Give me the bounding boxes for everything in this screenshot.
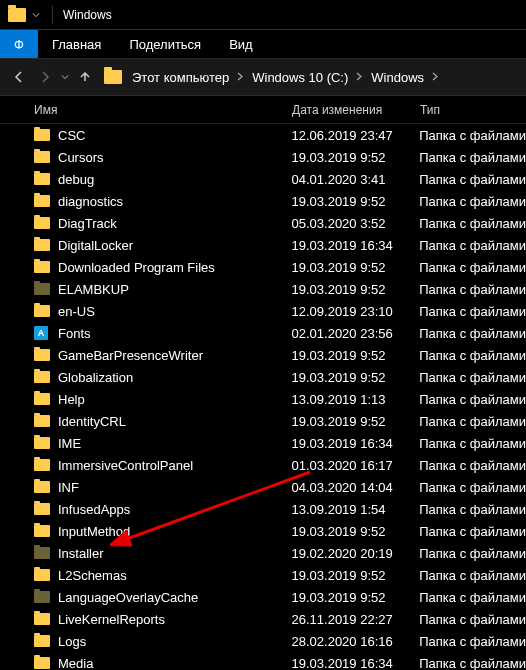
folder-row[interactable]: CSC12.06.2019 23:47Папка с файлами [0, 124, 526, 146]
ribbon-tab-2[interactable]: Вид [215, 31, 267, 58]
folder-row[interactable]: AFonts02.01.2020 23:56Папка с файлами [0, 322, 526, 344]
file-date: 19.02.2020 20:19 [292, 546, 420, 561]
folder-icon [34, 591, 50, 603]
folder-icon [34, 173, 50, 185]
file-name: diagnostics [58, 194, 292, 209]
breadcrumb-2[interactable]: Windows [371, 70, 424, 85]
folder-icon: A [34, 326, 48, 340]
file-name: en-US [58, 304, 292, 319]
titlebar: Windows [0, 0, 526, 30]
file-date: 26.11.2019 22:27 [292, 612, 420, 627]
file-type: Папка с файлами [419, 590, 526, 605]
file-name: LiveKernelReports [58, 612, 292, 627]
folder-row[interactable]: DigitalLocker19.03.2019 16:34Папка с фай… [0, 234, 526, 256]
file-date: 04.01.2020 3:41 [292, 172, 420, 187]
file-date: 19.03.2019 9:52 [292, 260, 420, 275]
folder-row[interactable]: InputMethod19.03.2019 9:52Папка с файлам… [0, 520, 526, 542]
folder-row[interactable]: INF04.03.2020 14:04Папка с файлами [0, 476, 526, 498]
folder-icon [34, 129, 50, 141]
file-name: IME [58, 436, 292, 451]
folder-row[interactable]: ImmersiveControlPanel01.03.2020 16:17Пап… [0, 454, 526, 476]
chevron-right-icon [356, 71, 363, 83]
file-name: IdentityCRL [58, 414, 292, 429]
folder-row[interactable]: DiagTrack05.03.2020 3:52Папка с файлами [0, 212, 526, 234]
file-type: Папка с файлами [419, 546, 526, 561]
file-date: 19.03.2019 16:34 [292, 656, 420, 671]
chevron-right-icon [432, 71, 439, 83]
folder-row[interactable]: ELAMBKUP19.03.2019 9:52Папка с файлами [0, 278, 526, 300]
file-name: LanguageOverlayCache [58, 590, 292, 605]
folder-icon [34, 569, 50, 581]
column-name[interactable]: Имя [34, 103, 292, 117]
breadcrumb-1[interactable]: Windows 10 (C:) [252, 70, 348, 85]
folder-row[interactable]: Media19.03.2019 16:34Папка с файлами [0, 652, 526, 670]
file-name: DigitalLocker [58, 238, 292, 253]
file-date: 12.06.2019 23:47 [292, 128, 420, 143]
file-date: 01.03.2020 16:17 [292, 458, 420, 473]
file-type: Папка с файлами [419, 502, 526, 517]
folder-icon [34, 525, 50, 537]
file-date: 19.03.2019 9:52 [292, 194, 420, 209]
file-name: Help [58, 392, 292, 407]
folder-row[interactable]: Globalization19.03.2019 9:52Папка с файл… [0, 366, 526, 388]
file-date: 13.09.2019 1:54 [292, 502, 420, 517]
file-date: 19.03.2019 9:52 [292, 282, 420, 297]
folder-row[interactable]: GameBarPresenceWriter19.03.2019 9:52Папк… [0, 344, 526, 366]
file-tab[interactable]: Ф [0, 30, 38, 58]
folder-row[interactable]: Logs28.02.2020 16:16Папка с файлами [0, 630, 526, 652]
folder-row[interactable]: Installer19.02.2020 20:19Папка с файлами [0, 542, 526, 564]
file-type: Папка с файлами [419, 568, 526, 583]
file-type: Папка с файлами [419, 656, 526, 671]
column-date[interactable]: Дата изменения [292, 103, 420, 117]
file-name: L2Schemas [58, 568, 292, 583]
chevron-right-icon [237, 71, 244, 83]
up-button[interactable] [72, 64, 98, 90]
folder-row[interactable]: InfusedApps13.09.2019 1:54Папка с файлам… [0, 498, 526, 520]
file-type: Папка с файлами [419, 348, 526, 363]
file-list: CSC12.06.2019 23:47Папка с файламиCursor… [0, 124, 526, 670]
column-headers: Имя Дата изменения Тип [0, 96, 526, 124]
folder-row[interactable]: en-US12.09.2019 23:10Папка с файлами [0, 300, 526, 322]
file-date: 19.03.2019 9:52 [292, 590, 420, 605]
breadcrumb-0[interactable]: Этот компьютер [132, 70, 229, 85]
folder-row[interactable]: IME19.03.2019 16:34Папка с файлами [0, 432, 526, 454]
file-type: Папка с файлами [419, 238, 526, 253]
file-type: Папка с файлами [419, 260, 526, 275]
file-name: InfusedApps [58, 502, 292, 517]
file-date: 12.09.2019 23:10 [292, 304, 420, 319]
folder-row[interactable]: debug04.01.2020 3:41Папка с файлами [0, 168, 526, 190]
folder-row[interactable]: Downloaded Program Files19.03.2019 9:52П… [0, 256, 526, 278]
ribbon-tab-1[interactable]: Поделиться [115, 31, 215, 58]
column-type[interactable]: Тип [420, 103, 526, 117]
folder-icon [34, 481, 50, 493]
folder-row[interactable]: L2Schemas19.03.2019 9:52Папка с файлами [0, 564, 526, 586]
file-type: Папка с файлами [419, 172, 526, 187]
file-type: Папка с файлами [419, 216, 526, 231]
recent-dropdown[interactable] [58, 64, 72, 90]
file-type: Папка с файлами [419, 150, 526, 165]
folder-row[interactable]: LanguageOverlayCache19.03.2019 9:52Папка… [0, 586, 526, 608]
file-type: Папка с файлами [419, 634, 526, 649]
folder-row[interactable]: IdentityCRL19.03.2019 9:52Папка с файлам… [0, 410, 526, 432]
file-type: Папка с файлами [419, 436, 526, 451]
folder-row[interactable]: Help13.09.2019 1:13Папка с файлами [0, 388, 526, 410]
file-name: Media [58, 656, 292, 671]
qat-dropdown[interactable] [32, 11, 40, 19]
navigation-bar: Этот компьютерWindows 10 (C:)Windows [0, 58, 526, 96]
forward-button[interactable] [32, 64, 58, 90]
file-name: INF [58, 480, 292, 495]
file-name: Logs [58, 634, 292, 649]
folder-row[interactable]: diagnostics19.03.2019 9:52Папка с файлам… [0, 190, 526, 212]
file-date: 19.03.2019 9:52 [292, 348, 420, 363]
window-title: Windows [63, 8, 112, 22]
file-name: InputMethod [58, 524, 292, 539]
address-bar[interactable]: Этот компьютерWindows 10 (C:)Windows [104, 70, 447, 85]
folder-icon [34, 459, 50, 471]
folder-row[interactable]: Cursors19.03.2019 9:52Папка с файлами [0, 146, 526, 168]
file-date: 05.03.2020 3:52 [292, 216, 420, 231]
file-date: 19.03.2019 16:34 [292, 436, 420, 451]
folder-row[interactable]: LiveKernelReports26.11.2019 22:27Папка с… [0, 608, 526, 630]
ribbon-tab-0[interactable]: Главная [38, 31, 115, 58]
file-type: Папка с файлами [419, 480, 526, 495]
back-button[interactable] [6, 64, 32, 90]
